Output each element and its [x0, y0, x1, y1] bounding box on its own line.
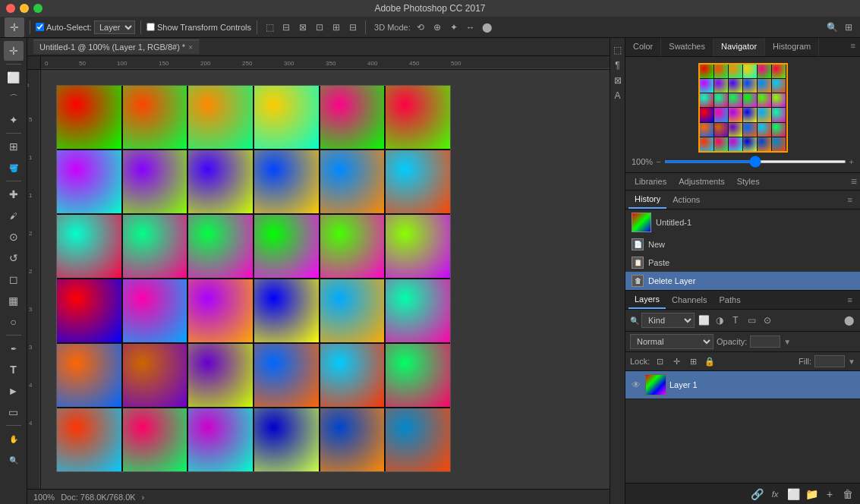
tool-clone[interactable]: ⊙	[4, 227, 24, 247]
nav-zoom-out-btn[interactable]: −	[656, 157, 660, 166]
nav-zoom-controls: 100% − +	[632, 157, 854, 166]
layer-filter-pixel-icon[interactable]: ⬜	[697, 313, 710, 327]
document-tab[interactable]: Untitled-1 @ 100% (Layer 1, RGB/8#) * ×	[33, 39, 200, 54]
fill-arrow-icon[interactable]: ▼	[848, 358, 855, 366]
nav-zoom-slider[interactable]	[664, 160, 846, 163]
tool-brush[interactable]: 🖌	[4, 206, 24, 225]
close-button[interactable]	[6, 4, 15, 13]
tool-marquee[interactable]: ⬜	[4, 68, 24, 87]
tab-navigator[interactable]: Navigator	[714, 38, 765, 56]
nav-zoom-in-btn[interactable]: +	[849, 157, 854, 166]
history-item-new[interactable]: 📄 New	[625, 235, 860, 254]
maximize-button[interactable]	[33, 4, 43, 13]
tab-color[interactable]: Color	[625, 38, 661, 56]
fill-input[interactable]: 100%	[814, 355, 845, 367]
3d-icon-5[interactable]: ⬤	[480, 20, 494, 34]
lock-all-icon[interactable]: 🔒	[703, 354, 717, 368]
layer-filter-adj-icon[interactable]: ◑	[713, 313, 726, 327]
mid-tool-2[interactable]: ¶	[612, 59, 624, 71]
tab-layers[interactable]: Layers	[628, 291, 666, 309]
layer-item-layer1[interactable]: 👁 Layer 1	[625, 371, 860, 399]
main-toolbar: ✛ Auto-Select: Layer Show Transform Cont…	[0, 17, 860, 38]
history-item-paste[interactable]: 📋 Paste	[625, 254, 860, 272]
layer-visibility-icon[interactable]: 👁	[630, 379, 642, 391]
tool-history-brush[interactable]: ↺	[4, 248, 24, 268]
auto-select-dropdown[interactable]: Layer	[94, 20, 135, 34]
layers-group-btn[interactable]: 📁	[804, 487, 819, 502]
mid-tool-4[interactable]: A	[612, 90, 624, 102]
blend-mode-select[interactable]: Normal Dissolve Multiply	[630, 334, 714, 349]
minimize-button[interactable]	[20, 4, 29, 13]
align-icon-2[interactable]: ⊟	[279, 20, 293, 34]
tool-text[interactable]: T	[4, 360, 24, 380]
align-icon-6[interactable]: ⊟	[346, 20, 360, 34]
layers-new-btn[interactable]: +	[822, 487, 837, 502]
tool-move[interactable]: ✛	[4, 41, 24, 61]
lock-pixels-icon[interactable]: ⊡	[653, 354, 666, 368]
history-item-snapshot[interactable]: Untitled-1	[625, 209, 860, 235]
tool-pen[interactable]: ✒	[4, 339, 24, 358]
tool-eraser[interactable]: ◻	[4, 269, 24, 289]
canvas[interactable]	[41, 70, 610, 489]
layout-icon[interactable]: ⊞	[842, 20, 855, 34]
tab-history[interactable]: History	[628, 191, 666, 209]
svg-text:300: 300	[284, 60, 295, 67]
tool-lasso[interactable]: ⌒	[4, 89, 24, 109]
transform-controls-checkbox[interactable]	[146, 23, 155, 31]
canvas-cell-24	[57, 344, 121, 407]
layers-fx-btn[interactable]: fx	[767, 487, 783, 502]
tool-quick-select[interactable]: ✦	[4, 110, 24, 130]
3d-icon-3[interactable]: ✦	[447, 20, 461, 34]
layer-filter-smart-icon[interactable]: ⊙	[761, 313, 774, 327]
layer-filter-dot-icon[interactable]: ⬤	[842, 313, 855, 327]
layers-mask-btn[interactable]: ⬜	[786, 487, 801, 502]
auto-select-checkbox[interactable]	[36, 23, 44, 31]
tool-rectangle[interactable]: ▭	[4, 402, 24, 422]
lock-artboard-icon[interactable]: ⊞	[686, 354, 700, 368]
3d-icon-2[interactable]: ⊕	[430, 20, 444, 34]
tab-libraries[interactable]: Libraries	[628, 173, 673, 190]
history-menu-icon[interactable]: ≡	[843, 192, 857, 207]
history-item-delete-layer[interactable]: 🗑 Delete Layer	[625, 272, 860, 290]
opacity-arrow-icon[interactable]: ▼	[783, 338, 791, 346]
3d-icon-1[interactable]: ⟲	[414, 20, 427, 34]
tool-hand[interactable]: ✋	[4, 429, 24, 449]
nav-cell-15	[743, 93, 757, 107]
tool-path-select[interactable]: ►	[4, 381, 24, 401]
tool-eyedropper[interactable]: 🪣	[4, 158, 24, 178]
tab-channels[interactable]: Channels	[666, 291, 713, 308]
search-icon[interactable]: 🔍	[825, 20, 839, 34]
nav-cell-17	[772, 93, 786, 107]
panel-section-menu-icon[interactable]: ≡	[851, 175, 857, 187]
panel-menu-icon[interactable]: ≡	[846, 38, 860, 56]
layers-delete-btn[interactable]: 🗑	[840, 487, 855, 502]
align-icon-3[interactable]: ⊠	[296, 20, 310, 34]
tab-swatches[interactable]: Swatches	[661, 38, 714, 56]
layer-filter-type-icon[interactable]: T	[729, 313, 742, 327]
tool-gradient[interactable]: ▦	[4, 291, 24, 310]
align-icon-5[interactable]: ⊞	[329, 20, 343, 34]
tool-healing[interactable]: ✚	[4, 184, 24, 204]
layers-link-btn[interactable]: 🔗	[749, 487, 764, 502]
3d-icon-4[interactable]: ↔	[464, 20, 477, 34]
opacity-input[interactable]: 100%	[750, 335, 780, 348]
align-icon-4[interactable]: ⊡	[313, 20, 326, 34]
tab-histogram[interactable]: Histogram	[765, 38, 819, 56]
doc-tab-close[interactable]: ×	[188, 43, 193, 52]
tab-actions[interactable]: Actions	[666, 191, 706, 208]
tab-paths[interactable]: Paths	[714, 291, 747, 308]
tool-zoom[interactable]: 🔍	[4, 450, 24, 470]
mid-tool-3[interactable]: ⊠	[612, 74, 624, 87]
tool-dodge[interactable]: ○	[4, 312, 24, 332]
lock-position-icon[interactable]: ✛	[669, 354, 683, 368]
tool-crop[interactable]: ⊞	[4, 137, 24, 156]
layers-menu-icon[interactable]: ≡	[843, 292, 857, 307]
layer-filter-shape-icon[interactable]: ▭	[745, 313, 758, 327]
mid-tool-1[interactable]: ⬚	[612, 44, 624, 56]
layer-kind-select[interactable]: Kind	[641, 313, 695, 328]
move-tool-btn[interactable]: ✛	[5, 17, 24, 37]
tab-adjustments[interactable]: Adjustments	[673, 173, 731, 190]
tab-styles[interactable]: Styles	[731, 173, 766, 190]
align-icon-1[interactable]: ⬚	[263, 20, 276, 34]
status-arrow[interactable]: ›	[142, 493, 145, 502]
